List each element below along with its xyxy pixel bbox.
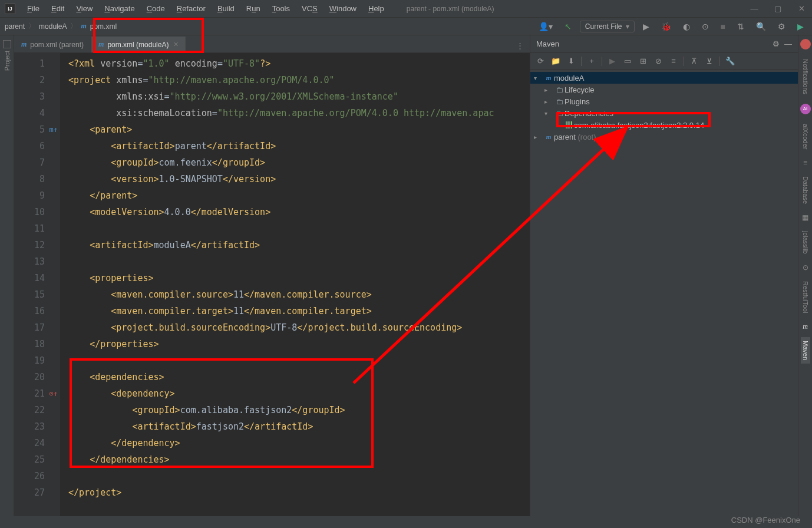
- restful-tool-button[interactable]: RestfulTool: [801, 278, 810, 316]
- editor-tabs: m pom.xml (parent) m pom.xml (moduleA) ✕…: [14, 35, 530, 53]
- menu-vcs[interactable]: VCS: [297, 2, 322, 15]
- breadcrumb-item[interactable]: parent: [5, 22, 25, 31]
- menu-window[interactable]: Window: [325, 2, 361, 15]
- menu-build[interactable]: Build: [213, 2, 239, 15]
- close-icon[interactable]: ✕: [173, 41, 179, 48]
- maven-header: Maven ⚙ —: [530, 35, 798, 53]
- download-icon[interactable]: ⬇: [565, 55, 577, 68]
- maven-icon[interactable]: m: [803, 322, 808, 331]
- menu-view[interactable]: View: [71, 2, 97, 15]
- code-content[interactable]: <?xml version="1.0" encoding="UTF-8"?><p…: [60, 53, 530, 516]
- add-icon[interactable]: +: [585, 55, 598, 68]
- breadcrumb-sep: 〉: [28, 21, 35, 31]
- window-title: parent - pom.xml (moduleA): [407, 5, 494, 13]
- menu-code[interactable]: Code: [142, 2, 170, 15]
- menu-help[interactable]: Help: [364, 2, 389, 15]
- tab-pom-parent[interactable]: m pom.xml (parent): [14, 37, 91, 52]
- expand-icon[interactable]: ⊻: [703, 55, 716, 68]
- database-tool-button[interactable]: Database: [801, 173, 810, 207]
- title-bar: IJ File Edit View Navigate Code Refactor…: [0, 0, 812, 18]
- gear-icon[interactable]: ⚙: [773, 39, 780, 48]
- collapse-icon[interactable]: ⊼: [688, 55, 701, 68]
- wrench-icon[interactable]: 🔧: [724, 55, 737, 68]
- notifications-badge[interactable]: [800, 39, 811, 50]
- right-tool-stripe: Notifications AI aiXcoder ≡ Database ▦ j…: [798, 35, 812, 516]
- maven-file-icon: m: [81, 22, 86, 31]
- tree-node-dependencies[interactable]: ▾ 🗀 Dependencies: [530, 107, 798, 119]
- skip-tests-icon[interactable]: ⊘: [652, 55, 665, 68]
- tabs-more-button[interactable]: ⋮: [510, 39, 530, 52]
- editor: m pom.xml (parent) m pom.xml (moduleA) ✕…: [14, 35, 530, 516]
- database-icon[interactable]: ≡: [803, 159, 807, 167]
- run-config-selector[interactable]: Current File▾: [580, 21, 635, 32]
- profile-button[interactable]: ⊙: [698, 21, 712, 32]
- stop-button[interactable]: ■: [717, 21, 729, 32]
- breadcrumb-item[interactable]: moduleA: [39, 22, 67, 31]
- notifications-tool-button[interactable]: Notifications: [801, 55, 810, 98]
- menu-refactor[interactable]: Refactor: [172, 2, 210, 15]
- app-logo: IJ: [5, 4, 15, 14]
- code-editor[interactable]: 12345m↑6789101112131415161718192021⊙↑222…: [14, 53, 530, 516]
- run-icon[interactable]: ▶: [606, 55, 619, 68]
- tree-node-plugins[interactable]: ▸ 🗀 Plugins: [530, 95, 798, 107]
- maven-panel: Maven ⚙ — ⟳ 📁 ⬇ + ▶ ▭ ⊞ ⊘ ≡ ⊼ ⊻ 🔧: [530, 35, 798, 516]
- aixcoder-tool-button[interactable]: aiXcoder: [801, 120, 810, 153]
- left-tool-stripe: Project: [0, 35, 14, 516]
- gutter: 12345m↑6789101112131415161718192021⊙↑222…: [14, 53, 60, 516]
- menu-run[interactable]: Run: [242, 2, 265, 15]
- maximize-button[interactable]: ▢: [772, 4, 784, 13]
- codestream-icon[interactable]: ▶: [794, 21, 807, 32]
- breadcrumb-item[interactable]: pom.xml: [90, 22, 117, 31]
- menu-navigate[interactable]: Navigate: [100, 2, 139, 15]
- generate-sources-icon[interactable]: 📁: [549, 55, 562, 68]
- jclasslib-icon[interactable]: ▦: [802, 213, 808, 222]
- aixcoder-icon[interactable]: AI: [800, 104, 811, 114]
- run-button[interactable]: ▶: [639, 21, 653, 32]
- breadcrumb: parent 〉 moduleA 〉 m pom.xml: [5, 21, 117, 31]
- menu-edit[interactable]: Edit: [47, 2, 69, 15]
- vcs-update-icon[interactable]: ⇅: [734, 21, 748, 32]
- tree-node-lifecycle[interactable]: ▸ 🗀 Lifecycle: [530, 84, 798, 95]
- breadcrumb-sep: 〉: [70, 21, 77, 31]
- nav-bar: parent 〉 moduleA 〉 m pom.xml 👤▾ ↖ Curren…: [0, 18, 812, 35]
- reload-icon[interactable]: ⟳: [534, 55, 547, 68]
- project-icon[interactable]: [3, 40, 11, 48]
- maven-tool-button[interactable]: Maven: [801, 337, 810, 364]
- hide-icon[interactable]: —: [784, 39, 792, 48]
- maven-file-icon: m: [98, 40, 104, 49]
- toggle-offline-icon[interactable]: ⊞: [636, 55, 649, 68]
- main-menu: File Edit View Navigate Code Refactor Bu…: [22, 2, 389, 15]
- jclasslib-tool-button[interactable]: jclasslib: [801, 227, 810, 258]
- maven-toolbar: ⟳ 📁 ⬇ + ▶ ▭ ⊞ ⊘ ≡ ⊼ ⊻ 🔧: [530, 53, 798, 70]
- tree-node-fastjson2[interactable]: com.alibaba.fastjson2:fastjson2:2.0.14: [530, 119, 798, 131]
- tree-node-parent[interactable]: ▸ m parent (root): [530, 131, 798, 143]
- restful-icon[interactable]: ⊙: [803, 263, 808, 272]
- execute-icon[interactable]: ▭: [621, 55, 634, 68]
- minimize-button[interactable]: —: [748, 4, 760, 13]
- back-arrow-icon[interactable]: ↖: [561, 21, 575, 32]
- library-icon: [566, 121, 572, 128]
- nav-actions: 👤▾ ↖ Current File▾ ▶ 🐞 ◐ ⊙ ■ ⇅ 🔍 ⚙ ▶: [535, 21, 807, 32]
- menu-file[interactable]: File: [22, 2, 44, 15]
- show-deps-icon[interactable]: ≡: [667, 55, 680, 68]
- maven-file-icon: m: [21, 40, 27, 49]
- user-icon[interactable]: 👤▾: [535, 21, 556, 32]
- window-controls: — ▢ ✕: [748, 4, 807, 13]
- project-tool-button[interactable]: Project: [4, 51, 11, 71]
- watermark: CSDN @FeenixOne: [731, 516, 800, 524]
- search-icon[interactable]: 🔍: [752, 21, 770, 32]
- maven-tree: ▾ m moduleA ▸ 🗀 Lifecycle ▸ 🗀 Plugins ▾ …: [530, 70, 798, 516]
- maven-title: Maven: [536, 39, 559, 48]
- debug-button[interactable]: 🐞: [658, 21, 675, 32]
- coverage-button[interactable]: ◐: [679, 21, 694, 32]
- tree-node-modulea[interactable]: ▾ m moduleA: [530, 72, 798, 84]
- settings-icon[interactable]: ⚙: [774, 21, 789, 32]
- menu-tools[interactable]: Tools: [268, 2, 295, 15]
- close-button[interactable]: ✕: [796, 4, 807, 13]
- tab-pom-modulea[interactable]: m pom.xml (moduleA) ✕: [91, 37, 186, 52]
